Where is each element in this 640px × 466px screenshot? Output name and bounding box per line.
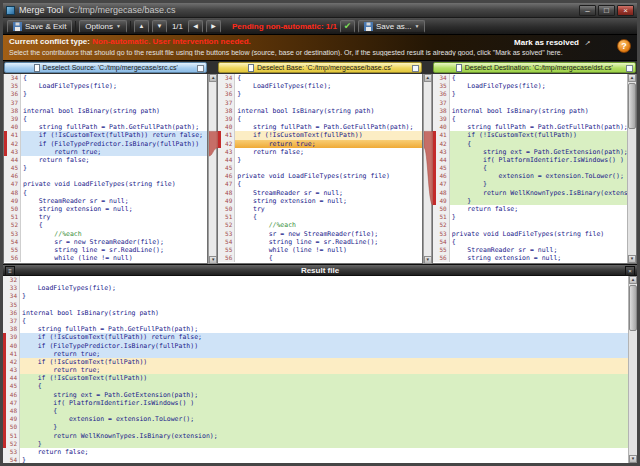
scroll-up-button[interactable]: ▲: [628, 74, 636, 82]
right-arrow-icon: ▶: [211, 23, 216, 29]
line-number: 35: [433, 82, 450, 90]
code-text: //%each: [21, 230, 207, 238]
line-number: 39: [4, 115, 21, 123]
result-menu-icon[interactable]: ≡: [5, 266, 15, 276]
code-text: {: [21, 221, 207, 229]
code-text: [235, 164, 421, 172]
code-line: 35 LoadFileTypes(file);: [4, 82, 207, 90]
code-line: 52 {: [4, 221, 207, 229]
scrollbar-thumb[interactable]: [628, 83, 636, 129]
scroll-up-button[interactable]: ▲: [209, 74, 217, 82]
line-number: 44: [433, 156, 450, 164]
titlebar[interactable]: Merge Tool C:/tmp/mergecase/base.cs – □ …: [3, 3, 637, 18]
code-text: string fullPath = Path.GetFullPath(path)…: [21, 123, 207, 131]
line-number: 36: [218, 90, 235, 98]
line-number: 43: [4, 148, 21, 156]
mark-as-resolved-hint: Mark as resolved →: [514, 37, 591, 47]
code-line: 44 return false;: [4, 156, 207, 164]
conflict-ribbon: [424, 74, 433, 264]
code-line: 48 {: [3, 407, 628, 415]
line-number: 41: [3, 350, 20, 358]
code-line: 44 if( PlatformIdentifier.IsWindows() ): [433, 156, 627, 164]
line-number: 46: [433, 172, 450, 180]
code-text: try: [235, 205, 421, 213]
code-text: string line = sr.ReadLine();: [21, 246, 207, 254]
line-number: 46: [218, 172, 235, 180]
minimize-button[interactable]: –: [579, 5, 596, 16]
code-text: string fullPath = Path.GetFullPath(path)…: [20, 325, 628, 333]
result-pane[interactable]: 3233 LoadFileTypes(file);34}3536internal…: [3, 276, 637, 463]
maximize-button[interactable]: □: [598, 5, 615, 16]
line-number: 35: [218, 82, 235, 90]
code-text: }: [21, 164, 207, 172]
code-text: {: [235, 254, 421, 262]
scroll-up-button[interactable]: ▲: [629, 276, 637, 284]
deselect-destination-button[interactable]: Deselect Destination: 'C:/tmp/mergecase/…: [433, 62, 636, 73]
next-conflict-button[interactable]: ▼: [152, 20, 167, 33]
prev-conflict-button[interactable]: ▲: [134, 20, 149, 33]
line-number: 54: [3, 456, 20, 463]
result-header: ≡ Result file ×: [3, 264, 637, 276]
prev-diff-button[interactable]: ◀: [188, 20, 203, 33]
line-number: 47: [4, 180, 21, 188]
code-text: }: [20, 440, 628, 448]
options-button[interactable]: Options ▼: [79, 20, 127, 33]
code-line: 56 {: [218, 254, 421, 262]
next-diff-button[interactable]: ▶: [206, 20, 221, 33]
destination-pane[interactable]: 34{35 LoadFileTypes(file);36}3738interna…: [432, 74, 637, 264]
line-number: 42: [3, 358, 20, 366]
code-line: 34{: [4, 74, 207, 82]
scroll-up-button[interactable]: ▲: [424, 74, 432, 82]
code-text: {: [235, 115, 421, 123]
scrollbar-thumb[interactable]: [629, 285, 637, 331]
code-text: return true;: [235, 140, 421, 148]
base-destination-connector-strip: ▲ ▼: [423, 74, 432, 264]
result-close-icon[interactable]: ×: [625, 266, 635, 276]
line-number: 45: [4, 164, 21, 172]
code-text: if (!IsCustomText(fullPath)) return fals…: [21, 131, 207, 139]
code-text: if (!IsCustomText(fullPath)): [235, 131, 421, 139]
code-line: 49 StreamReader sr = null;: [4, 197, 207, 205]
deselect-base-button[interactable]: Deselect Base: 'C:/tmp/mergecase/base.cs…: [218, 62, 421, 73]
line-number: 39: [3, 333, 20, 341]
save-exit-button[interactable]: Save & Exit: [7, 20, 72, 33]
code-line: 39{: [218, 115, 421, 123]
line-number: 43: [218, 148, 235, 156]
line-number: 56: [218, 254, 235, 262]
code-line: 46 string ext = Path.GetExtension(path);: [3, 391, 628, 399]
code-text: if( PlatformIdentifier.IsWindows() ): [450, 156, 627, 164]
code-text: {: [450, 164, 627, 172]
code-line: 53 return false;: [3, 448, 628, 456]
result-scrollbar[interactable]: ▲ ▼: [628, 276, 637, 463]
code-text: {: [21, 74, 207, 82]
line-number: 45: [3, 382, 20, 390]
code-text: LoadFileTypes(file);: [235, 82, 421, 90]
code-text: LoadFileTypes(file);: [21, 82, 207, 90]
line-number: 48: [218, 189, 235, 197]
line-number: 44: [3, 374, 20, 382]
mark-solved-toolbar-button[interactable]: ✔: [340, 20, 355, 33]
contributor-panes: 34{35 LoadFileTypes(file);36}3738interna…: [3, 74, 637, 264]
code-line: 34{: [433, 74, 627, 82]
conflict-ribbon: [209, 74, 218, 264]
scroll-down-button[interactable]: ▼: [629, 455, 637, 463]
destination-scrollbar[interactable]: ▲ ▼: [627, 74, 636, 263]
source-pane[interactable]: 34{35 LoadFileTypes(file);36}3738interna…: [3, 74, 208, 264]
scroll-down-button[interactable]: ▼: [209, 256, 217, 264]
code-line: 53private void LoadFileTypes(string file…: [433, 230, 627, 238]
help-button[interactable]: ?: [617, 39, 631, 53]
code-line: 37: [218, 99, 421, 107]
close-button[interactable]: ×: [617, 5, 634, 16]
save-as-button[interactable]: Save as... ▼: [358, 20, 426, 33]
code-text: [450, 221, 627, 229]
scroll-down-button[interactable]: ▼: [424, 256, 432, 264]
code-text: }: [450, 197, 627, 205]
scroll-down-button[interactable]: ▼: [628, 255, 636, 263]
left-arrow-icon: ◀: [193, 23, 198, 29]
line-number: 41: [4, 131, 21, 139]
deselect-source-button[interactable]: Deselect Source: 'C:/tmp/mergecase/src.c…: [4, 62, 207, 73]
base-pane[interactable]: 34{35 LoadFileTypes(file);36}3738interna…: [217, 74, 422, 264]
toolbar-separator: [75, 21, 76, 32]
line-number: 51: [3, 432, 20, 440]
code-line: 47 }: [433, 180, 627, 188]
